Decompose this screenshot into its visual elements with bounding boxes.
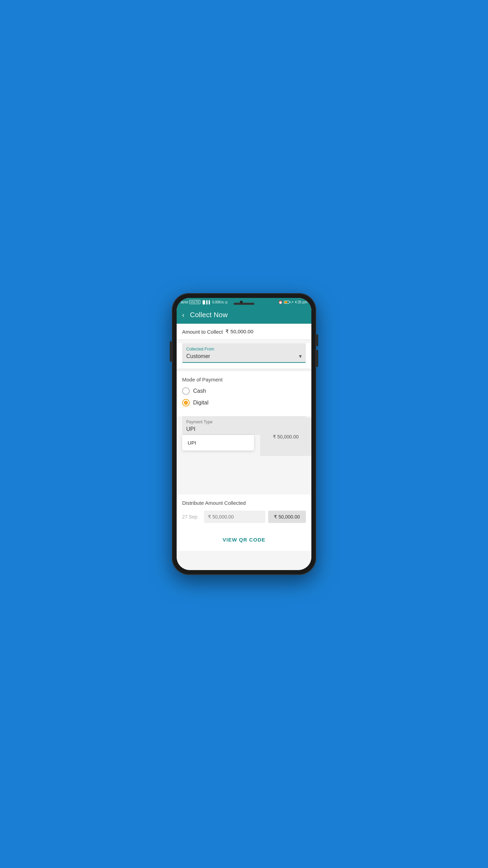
radio-digital[interactable]: Digital — [182, 399, 306, 407]
view-qr-button[interactable]: VIEW QR CODE — [182, 534, 306, 545]
amount-to-collect-label: Amount to Collect — [182, 329, 223, 335]
phone-screen: airtel VoLTE ▐▌▌▌ 0.00K/s ◎ ⏰ ↗ 4:35 pm … — [177, 298, 311, 570]
phone-speaker — [234, 303, 254, 305]
battery-icon — [284, 301, 289, 304]
network-speed: 0.00K/s — [212, 300, 224, 304]
radio-digital-circle — [182, 399, 190, 407]
payment-type-popup: UPI — [182, 435, 254, 450]
view-qr-section: VIEW QR CODE — [177, 528, 311, 551]
amount-to-collect-row: Amount to Collect ₹ 50,000.00 — [177, 324, 311, 340]
power-button — [170, 341, 172, 362]
distribute-section: Distribute Amount Collected 27 Sep ₹ 50,… — [177, 494, 311, 528]
distribute-amount-button[interactable]: ₹ 50,000.00 — [268, 511, 306, 523]
collected-from-label: Collected From — [186, 347, 302, 352]
phone-camera — [240, 301, 243, 303]
carrier-text: airtel — [181, 300, 188, 304]
radio-cash-circle — [182, 387, 190, 395]
payment-type-section: Payment Type UPI ▾ UPI ₹ 50,000.00 — [177, 416, 311, 450]
amount-input-field[interactable]: ₹ 50,000.00 — [260, 418, 311, 456]
back-button[interactable]: ‹ — [182, 311, 185, 319]
alarm-icon: ⏰ — [278, 300, 282, 304]
app-header: ‹ Collect Now — [177, 306, 311, 324]
content-area: Amount to Collect ₹ 50,000.00 Collected … — [177, 324, 311, 570]
signal-icon: ▐▌▌▌ — [201, 300, 211, 304]
status-right: ⏰ ↗ 4:35 pm — [278, 300, 307, 304]
network-type: VoLTE — [189, 300, 200, 304]
collected-from-value-row: Customer ▾ — [186, 353, 302, 359]
status-left: airtel VoLTE ▐▌▌▌ 0.00K/s ◎ — [181, 300, 228, 304]
collected-from-arrow-icon: ▾ — [299, 353, 302, 359]
status-bar: airtel VoLTE ▐▌▌▌ 0.00K/s ◎ ⏰ ↗ 4:35 pm — [177, 298, 311, 306]
collected-from-dropdown[interactable]: Collected From Customer ▾ — [182, 343, 306, 363]
distribute-date: 27 Sep — [182, 514, 201, 520]
amount-input-value: ₹ 50,000.00 — [273, 434, 299, 439]
collected-from-value: Customer — [186, 353, 210, 359]
battery-fill — [285, 301, 287, 303]
divider-1 — [177, 368, 311, 371]
wifi-signal-icon: ↗ — [291, 300, 293, 304]
payment-type-value: UPI — [186, 426, 196, 432]
distribute-title: Distribute Amount Collected — [182, 500, 306, 506]
radio-digital-inner — [184, 401, 188, 405]
radio-cash[interactable]: Cash — [182, 387, 306, 395]
phone-shell: airtel VoLTE ▐▌▌▌ 0.00K/s ◎ ⏰ ↗ 4:35 pm … — [172, 293, 316, 575]
time-text: 4:35 pm — [295, 300, 307, 304]
mode-of-payment-section: Mode of Payment Cash Digital — [177, 371, 311, 416]
popup-item-upi[interactable]: UPI — [182, 435, 254, 450]
distribute-amount-input[interactable]: ₹ 50,000.00 — [204, 511, 265, 523]
amount-to-collect-value: ₹ 50,000.00 — [225, 329, 253, 335]
page-title: Collect Now — [190, 311, 228, 319]
location-icon: ◎ — [225, 300, 228, 304]
distribute-row-1: 27 Sep ₹ 50,000.00 ₹ 50,000.00 — [182, 511, 306, 523]
mode-of-payment-title: Mode of Payment — [182, 377, 306, 382]
spacer — [177, 450, 311, 492]
collected-from-section: Collected From Customer ▾ — [177, 343, 311, 368]
radio-digital-label: Digital — [193, 400, 208, 406]
volume-down-button — [316, 350, 318, 367]
volume-up-button — [316, 334, 318, 346]
radio-cash-label: Cash — [193, 388, 206, 394]
